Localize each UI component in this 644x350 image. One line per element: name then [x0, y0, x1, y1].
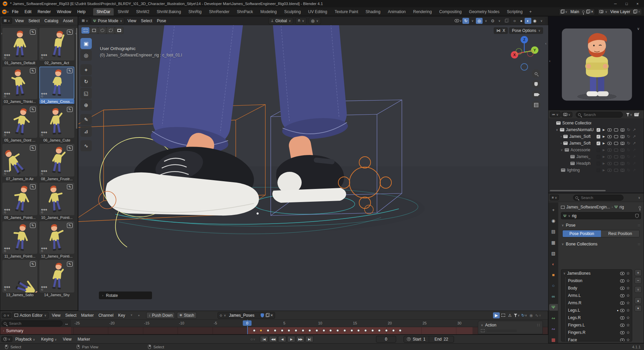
armature-name-field[interactable]: Ψ ∨ rig — [561, 212, 641, 219]
editor-type-button[interactable]: ⊞∨ — [80, 17, 90, 24]
next-keyframe-button[interactable]: ▶▶ — [296, 336, 304, 342]
tool-cursor[interactable]: ◎ — [80, 50, 92, 61]
asset-menu-select[interactable]: Select — [26, 17, 42, 24]
outliner-search-input[interactable] — [576, 112, 623, 118]
asset-card-10_James_Pointi...[interactable]: ✎◈◈◈◇10_James_Pointi... — [39, 183, 74, 220]
breadcrumb-data[interactable]: rig — [619, 205, 624, 209]
solo-star-icon[interactable]: ☆ — [626, 323, 630, 327]
region-expand-icon[interactable]: › — [1, 31, 2, 35]
properties-tab-tool[interactable]: + — [549, 207, 558, 213]
orientation-dropdown[interactable]: ⊥ Global ∨ — [268, 17, 293, 24]
holdout-icon[interactable]: ↻ — [627, 127, 630, 132]
properties-tab-scene[interactable]: ▧ — [549, 250, 558, 257]
properties-tab-bone[interactable]: ∾ — [549, 315, 558, 321]
asset-card-05_James_Dont ...[interactable]: ✎◈◈◈◇05_James_Dont ... — [2, 105, 37, 143]
properties-tab-object[interactable]: ■ — [549, 272, 558, 278]
dopesheet-menu-view[interactable]: View — [49, 312, 63, 319]
menu-render[interactable]: Render — [35, 8, 54, 15]
disable-viewports-icon[interactable] — [614, 142, 618, 145]
asset-card-02_James_Act[interactable]: ✎◈◈◈◇02_James_Act — [39, 28, 74, 65]
asset-menu-view[interactable]: View — [13, 17, 26, 24]
disable-viewports-icon[interactable] — [614, 155, 618, 158]
indirect-only-icon[interactable]: ↗ — [633, 168, 636, 172]
disable-viewports-icon[interactable] — [614, 149, 618, 152]
visibility-eye-icon[interactable] — [620, 279, 624, 282]
timeline-menu-playback[interactable]: Playback ∨ — [12, 336, 38, 343]
scrollbar[interactable] — [76, 28, 77, 129]
properties-tab-view-layer[interactable]: ▦ — [549, 239, 558, 245]
keyframe-dot[interactable] — [281, 329, 283, 332]
hide-viewport-icon[interactable] — [607, 128, 612, 131]
overlays-dropdown[interactable]: ∨ — [483, 18, 489, 24]
keyframe-dot[interactable] — [253, 329, 256, 332]
outliner-row-scene-collection[interactable]: Scene Collection — [548, 120, 644, 126]
rest-position-button[interactable]: Rest Position — [601, 230, 639, 237]
xray-toggle[interactable]: ⊙ — [489, 18, 496, 24]
visibility-eye-icon[interactable] — [620, 287, 624, 290]
bone-collection-row-arms-l[interactable]: Arms.L☆ — [561, 292, 632, 299]
move-down-button[interactable]: ▼ — [635, 305, 642, 312]
expander-icon[interactable]: ∨ — [556, 128, 558, 131]
select-circle-button[interactable] — [98, 27, 106, 34]
select-box-button[interactable] — [90, 27, 98, 34]
asset-card-01_James_Default[interactable]: ✎◈◈◈◇01_James_Default — [2, 28, 37, 65]
workspace-tab-shnrig[interactable]: ShnRig — [185, 8, 205, 15]
select-extend-button[interactable] — [115, 27, 123, 34]
fake-user-shield-icon[interactable] — [261, 313, 264, 317]
holdout-icon[interactable]: ↻ — [627, 141, 630, 146]
unlink-action-icon[interactable]: × — [270, 313, 273, 318]
scrollbar[interactable] — [550, 190, 606, 191]
outliner-row-jamesnormalu[interactable]: ∨JamesNormalU✓▶↻↗ — [548, 126, 644, 133]
xray-dropdown[interactable]: ∨ — [496, 18, 503, 24]
copy-icon[interactable] — [266, 314, 269, 317]
selectable-icon[interactable]: ▶ — [603, 128, 605, 131]
solo-star-icon[interactable]: ☆ — [626, 271, 630, 276]
summary-channel-track[interactable] — [71, 327, 548, 334]
keyframe-dot[interactable] — [315, 329, 318, 332]
timeline-menu-view[interactable]: View — [60, 336, 75, 343]
move-up-button[interactable]: ▲ — [635, 297, 642, 304]
indirect-only-icon[interactable]: ↗ — [633, 127, 636, 132]
pin-icon[interactable] — [639, 206, 641, 208]
shading-material-button[interactable]: ◐ — [525, 18, 531, 24]
dopesheet-menu-channel[interactable]: Channel — [96, 312, 116, 319]
shading-dropdown[interactable]: ∨ — [538, 18, 545, 24]
exclude-checkbox[interactable]: ✓ — [597, 135, 600, 139]
gizmo-dropdown[interactable]: ∨ — [469, 18, 476, 24]
disable-render-icon[interactable] — [620, 169, 624, 172]
play-button[interactable]: ▶ — [287, 336, 295, 342]
asset-card-11_James_Pointi...[interactable]: ✎◈◈◈◇11_James_Pointi... — [2, 221, 37, 259]
properties-tab-object-data[interactable]: Ψ — [549, 304, 558, 310]
grip-icon[interactable]: ∷ — [638, 242, 640, 246]
hide-viewport-icon[interactable] — [607, 169, 612, 172]
channel-search-input[interactable] — [1, 320, 63, 326]
keyframe-dot[interactable] — [392, 329, 395, 332]
holdout-icon[interactable]: ↻ — [627, 148, 630, 152]
push-down-button[interactable]: ↓ Push Down — [146, 312, 175, 319]
editor-type-button[interactable]: ⊞∨ — [2, 17, 12, 24]
pose-mirror-x-toggle[interactable]: ⋈ X — [494, 27, 508, 34]
editor-mode-dropdown[interactable]: Action Editor ∨ — [12, 312, 49, 319]
exclude-checkbox[interactable] — [597, 162, 600, 165]
exclude-checkbox[interactable]: ✓ — [597, 142, 600, 145]
visibility-eye-icon[interactable] — [620, 272, 624, 275]
timeline-menu-keying[interactable]: Keying ∨ — [38, 336, 60, 343]
jump-to-end-button[interactable]: ▶| — [305, 336, 313, 342]
minimize-button[interactable]: ─ — [614, 2, 617, 6]
workspace-tab-sculpting[interactable]: Sculpting — [281, 8, 304, 15]
bone-collection-row-arms-r[interactable]: Arms.R☆ — [561, 299, 632, 307]
keyframe-dot[interactable] — [302, 329, 304, 332]
expander-icon[interactable]: › — [561, 135, 562, 138]
region-expand-icon[interactable]: ‹ — [549, 59, 551, 63]
start-frame-field[interactable]: Start 1 — [404, 337, 429, 342]
playhead[interactable]: 0 — [247, 320, 248, 334]
dopesheet-menu-select[interactable]: Select — [63, 312, 79, 319]
tool-measure[interactable]: ⊿ — [80, 126, 92, 137]
expander-icon[interactable]: ∨ — [561, 148, 563, 152]
menu-edit[interactable]: Edit — [22, 8, 35, 15]
keyframe-dot[interactable] — [350, 329, 353, 332]
close-button[interactable]: × — [637, 2, 639, 6]
properties-tab-output[interactable]: ▤ — [549, 228, 558, 235]
copy-icon[interactable] — [633, 10, 636, 13]
workspace-tab-modeling[interactable]: Modeling — [257, 8, 280, 15]
